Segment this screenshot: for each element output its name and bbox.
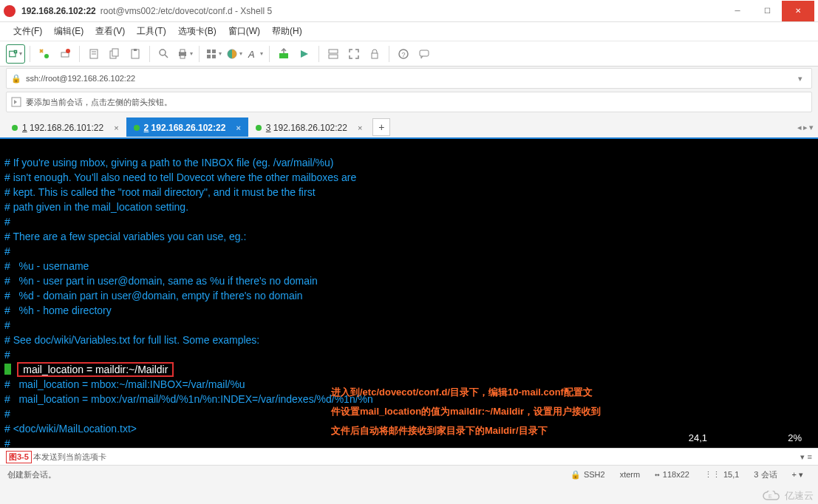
svg-rect-22 — [329, 55, 338, 58]
lock-small-icon: 🔒 — [570, 470, 581, 480]
menu-tools[interactable]: 工具(T) — [132, 24, 170, 39]
hint-text: 要添加当前会话，点击左侧的箭头按钮。 — [26, 97, 172, 108]
disconnect-button[interactable] — [55, 44, 75, 64]
menu-file[interactable]: 文件(F) — [9, 24, 47, 39]
tile-horizontal-button[interactable] — [324, 44, 343, 64]
status-overflow-icon[interactable]: + ▾ — [785, 470, 811, 480]
status-dot-icon — [12, 125, 18, 131]
status-dot-icon — [134, 125, 140, 131]
tab-nav-right-icon[interactable]: ▸ — [803, 123, 808, 132]
svg-rect-16 — [207, 55, 211, 58]
hint-bar: 要添加当前会话，点击左侧的箭头按钮。 — [6, 92, 812, 112]
minimize-button[interactable]: ─ — [723, 1, 752, 21]
paste-button[interactable] — [126, 44, 145, 64]
address-go-icon[interactable]: ▾ — [794, 74, 807, 84]
session-tabstrip: 1 192.168.26.101:22 × 2 192.168.26.102:2… — [0, 117, 818, 137]
status-protocol: 🔒SSH2 — [563, 470, 613, 480]
find-button[interactable] — [154, 44, 174, 64]
menu-tabs[interactable]: 选项卡(B) — [174, 24, 221, 39]
svg-rect-12 — [180, 50, 185, 52]
send-menu-icon[interactable]: ≡ — [808, 452, 812, 462]
close-button[interactable]: ✕ — [782, 1, 814, 21]
add-session-icon[interactable] — [11, 97, 21, 107]
terminal-line: # %h - home directory — [4, 304, 112, 316]
svg-text:E: E — [768, 494, 772, 499]
window-title-main: 192.168.26.102:22 — [21, 6, 96, 16]
maximize-button[interactable]: ☐ — [752, 1, 782, 21]
menu-view[interactable]: 查看(V) — [91, 24, 129, 39]
xftp-button[interactable] — [274, 44, 293, 64]
sessions-panel-button[interactable] — [204, 44, 223, 64]
terminal-line: # — [4, 319, 10, 331]
session-tab-2[interactable]: 2 192.168.26.102:22 × — [126, 118, 248, 137]
tab-close-icon[interactable]: × — [114, 123, 118, 132]
terminal-line: # kept. This is called the "root mail di… — [4, 186, 316, 198]
terminal-line: # There are a few special variables you … — [4, 231, 246, 242]
svg-point-2 — [44, 54, 49, 58]
menubar: 文件(F) 编辑(E) 查看(V) 工具(T) 选项卡(B) 窗口(W) 帮助(… — [0, 22, 818, 41]
feedback-button[interactable] — [415, 44, 434, 64]
terminal-cursor — [4, 364, 11, 375]
tab-menu-icon[interactable]: ▾ — [809, 123, 814, 132]
send-target-icon[interactable]: ▾ — [800, 452, 805, 462]
svg-rect-21 — [329, 50, 338, 53]
highlighted-config-line: mail_location = maildir:~/Maildir — [17, 362, 174, 377]
svg-rect-26 — [420, 50, 429, 56]
copy-button[interactable] — [105, 44, 124, 64]
figure-label: 图3-5 — [6, 451, 32, 463]
status-bar: 创建新会话。 🔒SSH2 xterm ↔ 118x22 ⋮⋮ 15,1 3 会话… — [0, 466, 818, 483]
terminal-line: # path given in the mail_location settin… — [4, 201, 188, 213]
font-button[interactable]: A — [245, 44, 265, 64]
terminal-line: # <doc/wiki/MailLocation.txt> — [4, 423, 137, 435]
status-message: 创建新会话。 — [7, 469, 56, 480]
tab-nav-left-icon[interactable]: ◂ — [797, 123, 802, 132]
svg-rect-13 — [180, 55, 185, 58]
svg-text:?: ? — [402, 51, 406, 58]
menu-help[interactable]: 帮助(H) — [267, 24, 307, 39]
terminal-viewport[interactable]: # If you're using mbox, giving a path to… — [0, 137, 818, 448]
menu-window[interactable]: 窗口(W) — [224, 24, 265, 39]
send-bar[interactable]: 图3-5 本发送到当前选项卡 ▾ ≡ — [0, 448, 818, 466]
address-text: ssh://root@192.168.26.102:22 — [26, 74, 135, 83]
status-cursor-pos: ⋮⋮ 15,1 — [697, 470, 746, 480]
send-bar-text: 本发送到当前选项卡 — [33, 452, 106, 463]
new-session-button[interactable] — [6, 44, 25, 64]
svg-rect-7 — [112, 49, 118, 56]
lock-button[interactable] — [365, 44, 384, 64]
menu-edit[interactable]: 编辑(E) — [50, 24, 88, 39]
svg-rect-9 — [134, 49, 137, 51]
svg-rect-15 — [212, 50, 216, 53]
print-button[interactable] — [175, 44, 194, 64]
tab-close-icon[interactable]: × — [358, 123, 362, 132]
session-tab-3[interactable]: 3 192.168.26.102:22 × — [248, 118, 370, 137]
terminal-line: # If you're using mbox, giving a path to… — [4, 157, 333, 168]
window-titlebar: 192.168.26.102:22 root@vms002:/etc/dovec… — [0, 0, 818, 22]
terminal-line: # mail_location = mbox:/var/mail/%d/%1n/… — [4, 393, 373, 405]
properties-button[interactable] — [84, 44, 103, 64]
terminal-line: # isn't enough. You'll also need to tell… — [4, 171, 356, 183]
svg-rect-17 — [212, 55, 216, 58]
reconnect-button[interactable] — [35, 44, 54, 64]
terminal-line: # %u - username — [4, 260, 89, 272]
vim-cursor-position: 24,1 — [689, 431, 707, 445]
watermark: E 亿速云 — [763, 489, 814, 503]
fullscreen-button[interactable] — [344, 44, 364, 64]
svg-rect-23 — [372, 53, 378, 58]
svg-rect-14 — [207, 50, 211, 53]
status-terminal-type: xterm — [613, 470, 648, 479]
color-scheme-button[interactable] — [225, 44, 244, 64]
svg-rect-20 — [279, 53, 288, 58]
terminal-line: # — [4, 349, 10, 361]
svg-point-4 — [66, 49, 70, 53]
session-tab-1[interactable]: 1 192.168.26.101:22 × — [4, 118, 126, 137]
add-tab-button[interactable]: + — [372, 118, 390, 136]
script-button[interactable] — [295, 44, 314, 64]
terminal-line: # — [4, 408, 10, 420]
tab-close-icon[interactable]: × — [236, 123, 240, 132]
status-window-size: ↔ 118x22 — [647, 470, 697, 480]
terminal-line: # — [4, 437, 10, 448]
help-button[interactable]: ? — [394, 44, 413, 64]
terminal-line: # — [4, 245, 10, 257]
svg-point-10 — [160, 50, 166, 55]
address-bar[interactable]: 🔒 ssh://root@192.168.26.102:22 ▾ — [6, 68, 812, 89]
